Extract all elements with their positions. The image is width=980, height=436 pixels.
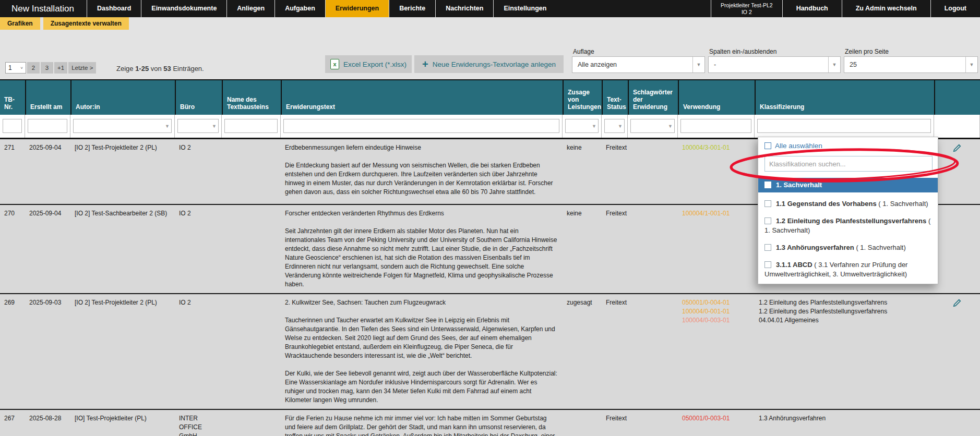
classification-option[interactable]: 3.1.1 ABCD ( 3.1 Verfahren zur Prüfung d… — [758, 258, 938, 282]
page-button[interactable]: 3 — [41, 62, 53, 74]
filter-cell — [934, 115, 980, 138]
column-filter-input[interactable] — [177, 119, 219, 133]
edit-pencil-icon[interactable] — [953, 299, 961, 307]
control-select[interactable]: 25▼ — [844, 56, 978, 73]
cell-klassifizierung: 1.3 Anhörungsverfahren — [755, 410, 934, 436]
page-select[interactable]: 1 ˅ — [5, 62, 26, 74]
checkbox-icon[interactable] — [764, 181, 771, 188]
column-header-Erstellt am[interactable]: Erstellt am — [25, 80, 70, 115]
column-filter-input[interactable] — [28, 119, 67, 133]
nav-tab-aufgaben[interactable]: Aufgaben — [274, 0, 325, 17]
klassifizierung-line: 1.2 Einleitung des Planfeststellungsverf… — [759, 298, 930, 307]
checkbox-icon[interactable] — [764, 217, 771, 224]
column-filter-input[interactable] — [283, 119, 559, 133]
cell-textbaustein-name — [222, 410, 281, 436]
nav-tab-einstellungen[interactable]: Einstellungen — [493, 0, 556, 17]
nav-tab-anliegen[interactable]: Anliegen — [226, 0, 274, 17]
column-header-Verwendung[interactable]: Verwendung — [678, 80, 755, 115]
page-button[interactable]: 2 — [27, 62, 40, 74]
erwiderung-paragraph: Taucherinnen und Taucher erwartet am Kul… — [285, 316, 558, 360]
cell-edit — [934, 294, 980, 409]
klassifizierung-line: 1.3 Anhörungsverfahren — [759, 414, 930, 423]
column-filter-input[interactable] — [630, 119, 675, 133]
cell-buero: IO 2 — [175, 294, 222, 409]
control-label: Zeilen pro Seite — [845, 48, 889, 55]
select-all-option[interactable]: Alle auswählen — [758, 137, 938, 151]
cell-verwendung: 050001/0-004-01100004/0-001-01100004/0-0… — [678, 294, 755, 409]
checkbox-icon[interactable] — [764, 244, 771, 251]
column-header-edit[interactable] — [934, 80, 980, 115]
verwendung-code: 050001/0-004-01 — [682, 298, 750, 307]
column-filter-input[interactable] — [73, 119, 172, 133]
column-header-TB-Nr.[interactable]: TB-Nr. — [0, 80, 25, 115]
nav-tab-dashboard[interactable]: Dashboard — [87, 0, 141, 17]
column-filter-input[interactable] — [565, 119, 599, 133]
klassifizierung-line: 1.2 Einleitung des Planfeststellungsverf… — [759, 307, 930, 316]
column-header-Autor:in[interactable]: Autor:in — [70, 80, 175, 115]
filter-cell: ▼ — [70, 115, 175, 138]
control-select[interactable]: -▼ — [708, 56, 841, 73]
erwiderung-paragraph: Für die Ferien zu Hause nehme ich mir im… — [285, 414, 558, 436]
erwiderung-paragraph: Die Entdeckung basiert auf der Messung v… — [285, 161, 558, 197]
page-button[interactable]: Letzte > — [68, 62, 96, 74]
nav-tab-nachrichten[interactable]: Nachrichten — [435, 0, 493, 17]
cell-edit — [934, 139, 980, 204]
classification-option[interactable]: 1. Sachverhalt — [758, 178, 938, 192]
column-header-Name des Textbausteins[interactable]: Name des Textbausteins — [222, 80, 281, 115]
column-filter-input[interactable] — [3, 119, 22, 133]
checkbox-icon[interactable] — [764, 261, 771, 268]
plus-icon: + — [422, 59, 428, 69]
user-office: IO 2 — [721, 9, 773, 16]
cell-verwendung: 100004/1-001-01 — [678, 205, 755, 293]
logout-button[interactable]: Logout — [930, 0, 980, 17]
nav-tab-einwandsdokumente[interactable]: Einwandsdokumente — [141, 0, 226, 17]
column-header-Text-Status[interactable]: Text-Status — [602, 80, 628, 115]
control-select[interactable]: Alle anzeigen▼ — [572, 56, 705, 73]
new-template-button[interactable]: + Neue Erwiderungs-Textvorlage anlegen — [414, 55, 564, 73]
column-filter-input[interactable] — [757, 119, 931, 133]
classification-search-input[interactable] — [764, 156, 933, 172]
cell-buero: INTER OFFICE GmbH — [175, 410, 222, 436]
app-title: New Installation — [0, 0, 87, 17]
filter-cell — [755, 115, 934, 138]
checkbox-icon[interactable] — [764, 200, 771, 207]
classification-option[interactable]: 1.1 Gegenstand des Vorhabens ( 1. Sachve… — [758, 197, 938, 211]
cell-buero: IO 2 — [175, 205, 222, 293]
nav-tab-erwiderungen[interactable]: Erwiderungen — [325, 0, 389, 17]
user-name: Projektleiter Test-PL2 — [721, 2, 773, 9]
column-header-Erwiderungstext[interactable]: Erwiderungstext — [281, 80, 563, 115]
control-zeilen-pro-seite: Zeilen pro Seite25▼ — [844, 56, 978, 73]
handbuch-button[interactable]: Handbuch — [782, 0, 842, 17]
chevron-down-icon: ▼ — [692, 57, 704, 72]
column-filter-input[interactable] — [224, 119, 278, 133]
column-filter-input[interactable] — [604, 119, 625, 133]
edit-pencil-icon[interactable] — [953, 144, 961, 152]
switch-admin-button[interactable]: Zu Admin wechseln — [842, 0, 930, 17]
filter-cell — [25, 115, 70, 138]
cell-autor: [IO] Test-Projektleiter (PL) — [70, 410, 175, 436]
classification-option-label: 3.1.1 ABCD — [776, 261, 812, 269]
excel-export-button[interactable]: x Excel Export (*.xlsx) — [325, 55, 412, 73]
select-all-checkbox[interactable] — [764, 142, 771, 149]
cell-autor: [IO 2] Test-Sachbearbeiter 2 (SB) — [70, 205, 175, 293]
sub-tab-grafiken[interactable]: Grafiken — [0, 17, 40, 30]
column-header-Büro[interactable]: Büro — [175, 80, 222, 115]
app-window: New Installation DashboardEinwandsdokume… — [0, 0, 980, 436]
page-current-value: 1 — [8, 64, 12, 71]
cell-autor: [IO 2] Test-Projektleiter 2 (PL) — [70, 294, 175, 409]
cell-erstellt-am: 2025-09-04 — [25, 205, 70, 293]
cell-tb-nr: 271 — [0, 139, 25, 204]
column-filter-input[interactable] — [680, 119, 751, 133]
classification-option[interactable]: 1.3 Anhörungsverfahren ( 1. Sachverhalt) — [758, 240, 938, 255]
classification-filter-dropdown: Alle auswählen 1. Sachverhalt1.1 Gegenst… — [758, 137, 938, 284]
chevron-down-icon: ▼ — [965, 57, 977, 72]
column-header-Zusage von Leistungen[interactable]: Zusage von Leistungen — [563, 80, 602, 115]
page-button[interactable]: +1 — [54, 62, 67, 74]
classification-option[interactable]: 1.2 Einleitung des Planfeststellungsverf… — [758, 214, 938, 238]
column-header-Klassifizierung[interactable]: Klassifizierung — [755, 80, 934, 115]
nav-tab-berichte[interactable]: Berichte — [389, 0, 435, 17]
sub-tab-zusagentexte-verwalten[interactable]: Zusagentexte verwalten — [43, 17, 129, 30]
column-header-Schlagwörter der Erwiderung[interactable]: Schlagwörter der Erwiderung — [628, 80, 678, 115]
cell-erwiderungstext: Für die Ferien zu Hause nehme ich mir im… — [281, 410, 563, 436]
erwiderung-paragraph: Der Kulki, wie der See liebevoll genannt… — [285, 369, 558, 405]
